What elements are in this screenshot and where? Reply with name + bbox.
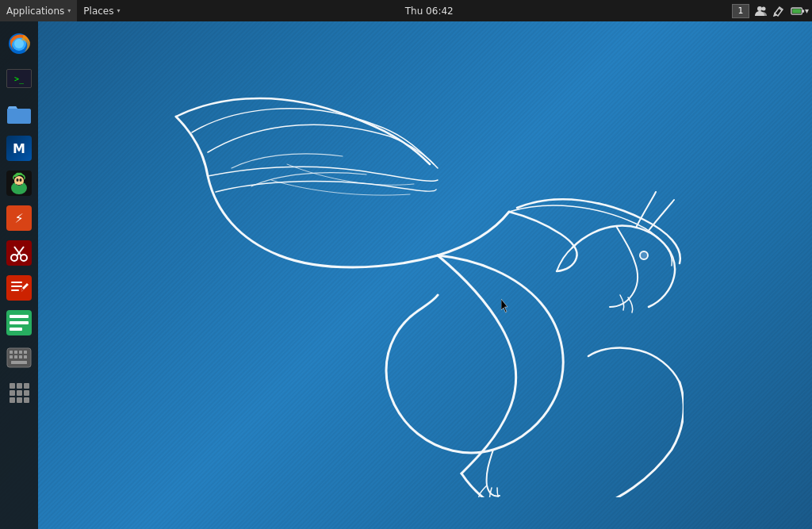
- firefox-icon: [6, 31, 32, 56]
- svg-rect-40: [24, 383, 29, 389]
- sidebar-item-terminal[interactable]: >_: [3, 63, 35, 94]
- workspace-indicator[interactable]: 1: [732, 4, 749, 18]
- top-panel: Applications ▾ Places ▾ Thu 06:42 1: [0, 0, 812, 21]
- sidebar-item-firefox[interactable]: [3, 28, 35, 59]
- svg-rect-30: [14, 351, 17, 354]
- svg-rect-21: [11, 282, 22, 283]
- folder-icon: [6, 102, 32, 125]
- maltego-icon: [6, 171, 32, 196]
- burp-icon: ⚡: [6, 205, 32, 231]
- people-icon[interactable]: [753, 0, 770, 21]
- sidebar-item-maltego[interactable]: [3, 167, 35, 199]
- applications-label: Applications: [6, 6, 64, 17]
- svg-rect-25: [10, 315, 29, 318]
- panel-center: Thu 06:42: [127, 0, 732, 21]
- panel-left: Applications ▾ Places ▾: [0, 0, 127, 21]
- pencil-svg: [773, 6, 784, 17]
- svg-point-14: [20, 178, 22, 182]
- svg-rect-45: [17, 397, 22, 403]
- svg-rect-39: [17, 383, 22, 389]
- sidebar-item-show-apps[interactable]: [3, 377, 35, 408]
- places-label: Places: [83, 6, 113, 17]
- svg-rect-33: [10, 355, 13, 358]
- svg-rect-27: [10, 328, 22, 331]
- svg-rect-29: [10, 351, 13, 354]
- applications-menu[interactable]: Applications ▾: [0, 0, 77, 21]
- chat-icon: [6, 310, 32, 335]
- svg-point-2: [761, 6, 765, 10]
- desktop: Applications ▾ Places ▾ Thu 06:42 1: [0, 0, 812, 529]
- svg-rect-22: [11, 286, 22, 287]
- sidebar-item-burpsuite[interactable]: ⚡: [3, 202, 35, 234]
- workspace-number: 1: [737, 6, 743, 16]
- write-icon: [6, 275, 32, 301]
- sidebar-item-keyboard[interactable]: [3, 342, 35, 374]
- clock: Thu 06:42: [405, 6, 454, 17]
- kali-dragon-svg: [128, 53, 684, 497]
- sidebar-item-metasploit[interactable]: M: [3, 132, 35, 164]
- svg-rect-26: [10, 321, 29, 324]
- svg-rect-37: [11, 361, 27, 364]
- svg-rect-31: [19, 351, 22, 354]
- svg-rect-6: [792, 9, 801, 13]
- terminal-icon: >_: [6, 69, 32, 88]
- panel-right: 1: [732, 0, 812, 21]
- keyboard-icon: [6, 347, 32, 368]
- sidebar-item-pidgin[interactable]: [3, 307, 35, 339]
- sidebar-item-faraday[interactable]: [3, 272, 35, 304]
- battery-indicator[interactable]: ▾: [787, 0, 812, 21]
- battery-svg: [791, 6, 805, 16]
- apps-grid-icon: [8, 381, 30, 404]
- svg-point-0: [640, 251, 648, 259]
- svg-rect-42: [17, 390, 22, 396]
- battery-arrow: ▾: [805, 6, 809, 15]
- svg-point-13: [17, 178, 19, 182]
- applications-arrow: ▾: [67, 7, 71, 14]
- svg-rect-34: [14, 355, 17, 358]
- places-arrow: ▾: [117, 7, 120, 14]
- svg-rect-41: [10, 390, 15, 396]
- pencil-icon[interactable]: [770, 0, 787, 21]
- sidebar-item-cutycapt[interactable]: [3, 237, 35, 269]
- svg-rect-32: [24, 351, 27, 354]
- msf-icon: M: [6, 136, 32, 161]
- svg-rect-20: [6, 275, 32, 301]
- desktop-wallpaper: [0, 21, 812, 529]
- svg-rect-44: [10, 397, 15, 403]
- svg-point-1: [757, 6, 762, 11]
- sidebar-item-files[interactable]: [3, 98, 35, 129]
- svg-rect-38: [10, 383, 15, 389]
- places-menu[interactable]: Places ▾: [77, 0, 126, 21]
- users-svg: [755, 6, 768, 17]
- svg-rect-23: [11, 289, 19, 291]
- svg-point-12: [14, 176, 24, 186]
- sidebar-dock: >_ M: [0, 21, 38, 529]
- svg-rect-43: [24, 390, 29, 396]
- svg-rect-35: [19, 355, 22, 358]
- svg-rect-46: [24, 397, 29, 403]
- svg-rect-36: [24, 355, 27, 358]
- svg-rect-5: [802, 10, 804, 13]
- svg-point-9: [14, 39, 24, 48]
- svg-text:⚡: ⚡: [14, 211, 23, 226]
- scissors-icon: [6, 240, 32, 266]
